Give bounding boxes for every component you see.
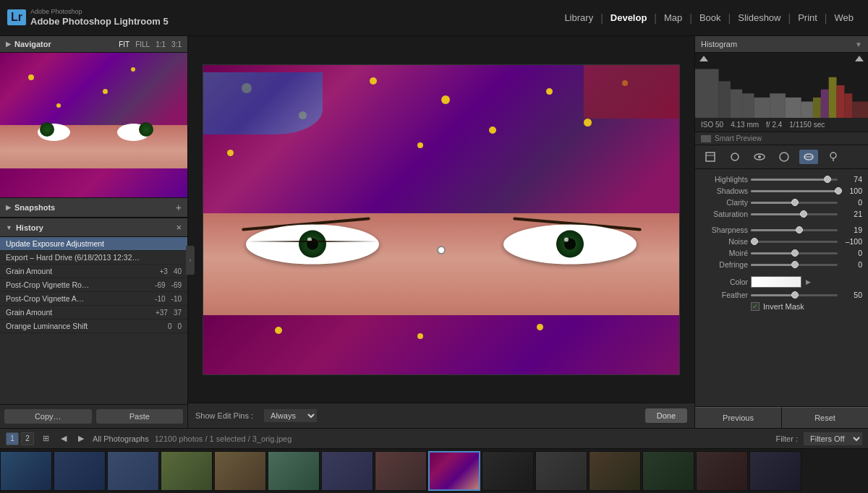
shutter-value: 1/1150 sec [789, 121, 825, 129]
nav-slideshow[interactable]: Slideshow [731, 12, 788, 23]
clarity-row: Clarity 0 [695, 197, 868, 208]
reset-button[interactable]: Reset [782, 407, 868, 428]
top-nav: Library | Develop | Map | Book | Slidesh… [557, 12, 861, 24]
nav-book[interactable]: Book [692, 12, 728, 23]
highlights-row: Highlights 74 [695, 173, 868, 185]
defringe-slider[interactable] [751, 264, 838, 266]
filmstrip-thumb[interactable] [214, 451, 266, 491]
nav-web[interactable]: Web [827, 12, 861, 23]
shadow-clipping-icon[interactable] [699, 56, 708, 61]
history-list: Update Exposure Adjustment Export – Hard… [0, 237, 187, 404]
photo-count: 12100 photos / 1 selected / 3_orig.jpeg [155, 434, 292, 443]
sharpness-label: Sharpness [701, 226, 748, 234]
moire-label: Moiré [701, 249, 748, 257]
filmstrip-thumb[interactable] [375, 451, 427, 491]
filmstrip-thumb[interactable] [642, 451, 694, 491]
history-title: History [16, 223, 43, 232]
filmstrip-thumb[interactable] [482, 451, 534, 491]
center-panel: Show Edit Pins : Always Auto Selected Ne… [188, 36, 694, 428]
histogram-title: Histogram [701, 40, 737, 48]
svg-rect-8 [813, 98, 821, 118]
history-item[interactable]: Grain Amount +3737 [0, 306, 187, 320]
svg-rect-19 [780, 153, 788, 161]
grid-view-btn[interactable]: ⊞ [40, 432, 52, 445]
show-edit-pins-select[interactable]: Always Auto Selected Never [264, 409, 317, 422]
svg-rect-11 [837, 85, 845, 118]
highlights-slider[interactable] [751, 179, 838, 181]
moire-slider[interactable] [751, 252, 838, 254]
history-item[interactable]: Grain Amount +340 [0, 265, 187, 278]
filmstrip-thumb[interactable] [268, 451, 320, 491]
histogram-collapse-icon[interactable]: ▼ [855, 40, 862, 48]
snapshots-section: ▶ Snapshots + [0, 197, 187, 218]
snapshots-header[interactable]: ▶ Snapshots + [0, 198, 187, 218]
filmstrip-thumb[interactable] [54, 451, 106, 491]
navigator-section: ▶ Navigator FIT FILL 1:1 3:1 [0, 36, 187, 197]
clarity-slider[interactable] [751, 202, 838, 204]
radial-filter-icon[interactable] [799, 150, 818, 164]
sharpness-slider[interactable] [751, 229, 838, 231]
view-btn-1[interactable]: 1 [6, 432, 19, 445]
prev-photo-btn[interactable]: ◀ [58, 432, 69, 445]
filmstrip-thumb-selected[interactable] [428, 451, 480, 491]
snapshots-title: Snapshots [14, 203, 55, 212]
invert-mask-checkbox[interactable]: ✓ [751, 302, 760, 311]
adjustment-brush-icon[interactable] [824, 150, 843, 164]
paste-button[interactable]: Paste [96, 409, 184, 424]
defringe-label: Defringe [701, 260, 748, 269]
svg-rect-14 [706, 153, 715, 161]
history-item[interactable]: Export – Hard Drive (6/18/2013 12:32… [0, 251, 187, 265]
history-section: ▼ History × Update Exposure Adjustment E… [0, 218, 187, 428]
shadows-slider[interactable] [751, 190, 838, 192]
previous-button[interactable]: Previous [695, 407, 782, 428]
highlight-clipping-icon[interactable] [855, 56, 864, 61]
navigator-header[interactable]: ▶ Navigator FIT FILL 1:1 3:1 [0, 36, 187, 53]
filmstrip-thumb[interactable] [535, 451, 587, 491]
add-snapshot-btn[interactable]: + [176, 202, 182, 213]
feather-slider[interactable] [751, 294, 838, 296]
done-button[interactable]: Done [645, 408, 687, 423]
filter-label: Filter : [775, 434, 798, 443]
nav-3to1-btn[interactable]: 3:1 [171, 40, 182, 48]
nav-fill-btn[interactable]: FILL [135, 40, 150, 48]
svg-rect-6 [786, 98, 801, 118]
filter-select[interactable]: Filters Off Flagged Unflagged [804, 432, 862, 445]
noise-slider[interactable] [751, 241, 838, 243]
collapse-panel-btn[interactable]: ‹ [186, 246, 195, 275]
filmstrip-thumb[interactable] [749, 451, 801, 491]
view-btn-2[interactable]: 2 [21, 432, 34, 445]
histogram-section: Histogram ▼ [695, 36, 868, 118]
nav-develop[interactable]: Develop [603, 12, 655, 23]
history-item[interactable]: Post-Crop Vignette Ro… -69-69 [0, 278, 187, 292]
invert-mask-row: ✓ Invert Mask [695, 301, 868, 312]
history-item[interactable]: Post-Crop Vignette A… -10-10 [0, 292, 187, 306]
filmstrip-thumb[interactable] [589, 451, 641, 491]
noise-row: Noise –100 [695, 236, 868, 247]
spot-removal-icon[interactable] [726, 150, 744, 164]
filmstrip-thumb[interactable] [696, 451, 748, 491]
nav-print[interactable]: Print [791, 12, 825, 23]
nav-library[interactable]: Library [557, 12, 600, 23]
highlights-value: 74 [841, 175, 862, 184]
filmstrip-thumb[interactable] [161, 451, 213, 491]
color-swatch[interactable]: ▶ [751, 276, 801, 288]
filmstrip-thumb[interactable] [321, 451, 373, 491]
crop-tool-icon[interactable] [701, 150, 720, 164]
saturation-slider[interactable] [751, 213, 838, 215]
history-item[interactable]: Update Exposure Adjustment [0, 237, 187, 251]
copy-button[interactable]: Copy… [4, 409, 92, 424]
filmstrip-thumb[interactable] [0, 451, 52, 491]
redeye-icon[interactable] [750, 150, 769, 164]
filmstrip-thumb[interactable] [107, 451, 159, 491]
nav-1to1-btn[interactable]: 1:1 [156, 40, 166, 48]
histogram-header[interactable]: Histogram ▼ [695, 36, 868, 53]
nav-map[interactable]: Map [657, 12, 689, 23]
next-photo-btn[interactable]: ▶ [75, 432, 87, 445]
navigator-title: Navigator [14, 40, 51, 48]
history-header[interactable]: ▼ History × [0, 218, 187, 237]
tool-icons-row [695, 145, 868, 169]
nav-fit-btn[interactable]: FIT [119, 40, 129, 48]
graduated-filter-icon[interactable] [775, 150, 793, 164]
close-history-btn[interactable]: × [176, 222, 182, 233]
history-item[interactable]: Orange Luminance Shift 00 [0, 320, 187, 333]
